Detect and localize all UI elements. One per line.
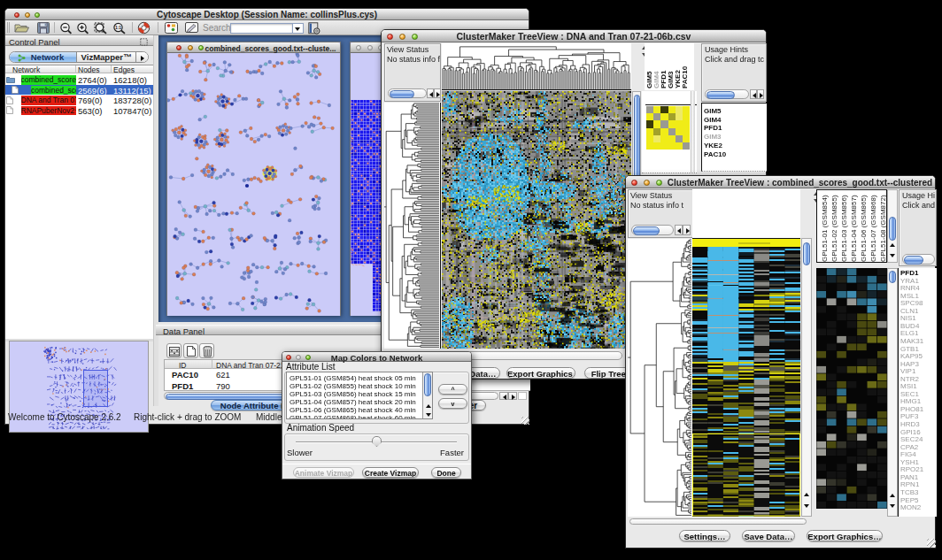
treeview2-zoom-vscrollbar[interactable] [887,268,898,517]
treeview2-close-button[interactable] [631,180,637,186]
data-scroll-right-button[interactable] [508,392,517,400]
frame1-minimize-button[interactable] [188,45,193,50]
treeview1-row-dendrogram[interactable] [384,103,441,349]
frame1-network-canvas[interactable] [167,53,340,316]
treeview1-col-dendrogram[interactable] [442,43,631,90]
network-edges: 107847(0) [113,106,151,116]
search-index-icon[interactable] [308,22,320,35]
treeview1-export-graphics-button[interactable]: Export Graphics… [506,367,575,379]
scroll-left-button[interactable] [750,89,757,99]
usage-hints-scrollbar[interactable] [705,89,749,99]
treeview2-export-graphics-button[interactable]: Export Graphics… [807,530,883,541]
treeview2-col-dendrogram[interactable] [692,189,800,238]
attribute-table-icon-button[interactable] [166,343,181,358]
attribute-list[interactable]: GPL51-01 (GSM854) heat shock 05 minGPL51… [286,372,433,419]
save-icon[interactable] [37,22,50,34]
delete-attribute-icon-button[interactable] [199,343,214,358]
attribute-list-item[interactable]: GPL51-03 (GSM856) heat shock 15 min [290,390,416,398]
attribute-list-item[interactable]: GPL51-01 (GSM854) heat shock 05 min [290,374,416,382]
frame1-title: combined_scores_good.txt--cluste... [203,44,338,53]
matrix-cell [653,128,660,135]
treeview2-usage-hints-panel: Usage Hi Click and [899,189,937,266]
treeview2-hscrollbar[interactable] [629,518,807,525]
scroll-left-button[interactable] [675,225,683,235]
treeview2-settings-button[interactable]: Settings… [679,530,730,541]
scroll-right-button[interactable] [757,89,764,99]
float-panel-icon[interactable] [140,38,148,46]
frame2-close-button[interactable] [356,45,361,50]
help-ring-icon[interactable] [137,21,151,35]
move-down-button[interactable]: v [438,398,467,409]
attribute-list-scrollbar[interactable] [422,372,432,418]
slower-label: Slower [287,448,313,457]
main-resize-grip[interactable] [521,417,529,425]
network-edges: 183728(0) [113,96,151,105]
scroll-right-button[interactable] [434,88,441,98]
move-up-button[interactable]: ^ [438,384,467,395]
treeview2-heatmap[interactable] [692,238,800,517]
usage-hints-info: Click and [902,201,935,211]
view-status-title: View Status [387,45,429,55]
treeview2-resize-grip[interactable] [927,539,936,548]
attribute-list-item[interactable]: GPL51-07 (GSM868) heat shock 60 min [290,414,416,419]
new-attribute-icon [187,346,196,357]
network-table-row[interactable]: DNA and Tran 07769(0)183728(0) [5,95,153,105]
frame2-minimize-button[interactable] [367,45,373,50]
search-input[interactable] [230,23,293,34]
treeview2-titlebar[interactable]: ClusterMaker TreeView : combined_scores_… [626,176,935,188]
annotation-icon[interactable] [185,22,198,34]
matrix-cell [683,106,690,113]
open-folder-icon[interactable] [14,22,30,34]
matrix-cell [646,120,653,127]
search-dropdown[interactable] [293,23,304,34]
attribute-list-item[interactable]: GPL51-02 (GSM855) heat shock 10 min [290,382,416,390]
scroll-left-button[interactable] [427,88,434,98]
zoom-fit-icon[interactable]: 1:1 [112,22,127,35]
network-table-row[interactable]: combined_sco2569(6)13112(15) [5,85,153,96]
data-scroll-left-button[interactable] [499,392,508,400]
zoom-selected-icon[interactable] [94,22,108,35]
scroll-right-button[interactable] [683,225,691,235]
attribute-list-item[interactable]: GPL51-06 (GSM865) heat shock 40 min [290,406,416,414]
row-id: PFD1 [172,381,193,391]
view-status-scrollbar[interactable] [388,88,427,98]
network-table-row[interactable]: RNAPuberNov2+N563(0)107847(0) [5,105,153,116]
tab-overflow[interactable] [135,52,149,62]
treeview2-collabel-vscrollbar[interactable] [887,189,898,263]
matrix-cell [660,142,668,150]
frame1-titlebar[interactable]: combined_scores_good.txt--cluste... [167,42,340,53]
network-table-row[interactable]: combined_scores_2764(0)16218(0) [5,74,153,85]
treeview2-zoom-button[interactable] [656,180,662,186]
zoom-scroll-strip[interactable] [691,91,695,173]
create-vizmap-button[interactable]: Create Vizmap [362,467,419,478]
matrix-cell [683,128,690,135]
vizmapper-icon[interactable] [165,22,178,34]
view-status-info: No status info t [630,201,683,211]
dialog-titlebar[interactable]: Map Colors to Network [282,352,471,362]
attribute-list-item[interactable]: GPL51-04 (GSM857) heat shock 20 min [290,398,416,406]
tab-network[interactable]: Network [10,52,77,62]
matrix-cell [646,128,653,135]
frame1-close-button[interactable] [176,45,181,50]
network-nodes: 2764(0) [78,75,107,85]
done-button[interactable]: Done [431,467,461,478]
treeview1-titlebar[interactable]: ClusterMaker TreeView : DNA and Tran 07-… [382,30,766,42]
matrix-cell [683,135,690,142]
treeview2-row-dendrogram[interactable] [628,239,692,517]
attribute-table-icon [169,347,180,357]
tab-vizmapper[interactable]: VizMapper™ [77,52,135,62]
animate-vizmap-button[interactable]: Animate Vizmap [293,467,354,478]
treeview2-zoom-heatmap[interactable] [816,268,887,509]
usage-hints-scrollbar[interactable] [902,254,935,265]
treeview2-heatmap-vscrollbar[interactable] [801,238,812,517]
treeview2-minimize-button[interactable] [644,180,650,186]
zoom-out-icon[interactable] [59,22,73,35]
view-status-scrollbar[interactable] [631,225,674,235]
new-attribute-icon-button[interactable] [183,343,198,358]
treeview2-save-data-button[interactable]: Save Data… [742,530,795,541]
treeview1-zoom-heatmap[interactable] [646,106,690,150]
treeview1-heatmap[interactable] [442,91,631,349]
main-titlebar[interactable]: Cytoscape Desktop (Session Name: collins… [5,9,529,20]
zoom-in-icon[interactable] [76,22,89,35]
matrix-cell [683,120,690,127]
